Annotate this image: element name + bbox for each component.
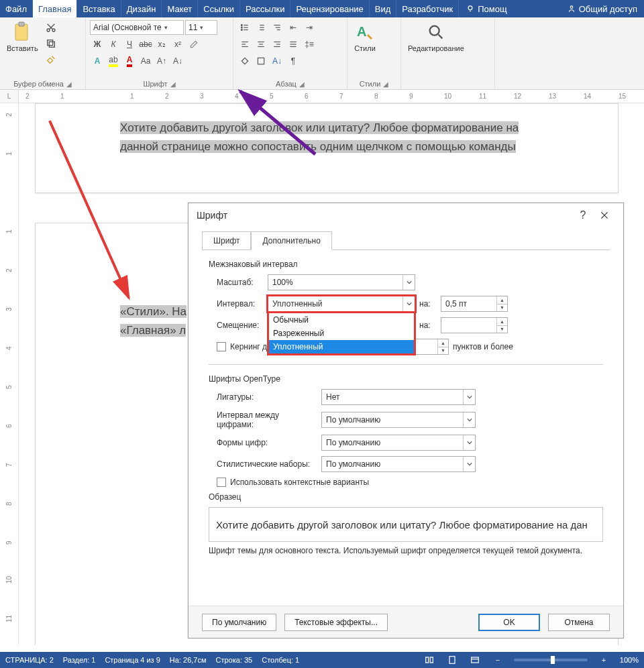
subscript-button[interactable]: x₂: [154, 37, 169, 52]
shading-button[interactable]: [237, 54, 252, 68]
zoom-slider[interactable]: [514, 659, 588, 661]
view-print-button[interactable]: [445, 653, 459, 667]
format-painter-button[interactable]: [44, 52, 58, 67]
text-effects-button[interactable]: A: [90, 54, 105, 68]
tab-review[interactable]: Рецензирование: [290, 0, 369, 17]
zoom-in-button[interactable]: +: [597, 653, 610, 667]
numforms-combo[interactable]: По умолчанию: [321, 435, 476, 451]
cancel-button[interactable]: Отмена: [548, 614, 610, 631]
view-web-button[interactable]: [468, 653, 482, 667]
default-button[interactable]: По умолчанию: [202, 614, 276, 631]
svg-rect-36: [472, 657, 479, 663]
align-center-button[interactable]: [254, 37, 268, 52]
group-font-label: Шрифт: [143, 80, 167, 88]
stylistic-combo[interactable]: По умолчанию: [321, 456, 476, 472]
numforms-label: Формы цифр:: [217, 438, 317, 447]
align-right-button[interactable]: [270, 37, 284, 52]
preview-box: Хотите добавить другой заголовок или цит…: [209, 507, 603, 542]
clipboard-launcher-icon[interactable]: ◢: [66, 80, 72, 88]
tab-insert[interactable]: Вставка: [77, 0, 121, 17]
svg-point-8: [241, 25, 242, 26]
spacing-option-normal[interactable]: Обычный: [269, 313, 414, 327]
copy-button[interactable]: [44, 36, 58, 51]
highlight-button[interactable]: ab: [106, 54, 121, 68]
borders-button[interactable]: [254, 54, 268, 68]
show-marks-button[interactable]: ¶: [286, 54, 301, 68]
bullets-button[interactable]: [237, 20, 252, 35]
spacing-combo[interactable]: Уплотненный Обычный Разреженный Уплотнен…: [268, 296, 415, 312]
styles-button[interactable]: A Стили: [352, 20, 378, 54]
kerning-checkbox[interactable]: [217, 342, 226, 351]
tab-file[interactable]: Файл: [0, 0, 33, 17]
grow-font-button[interactable]: A↑: [154, 54, 169, 68]
spacing-option-expanded[interactable]: Разреженный: [269, 327, 414, 340]
tab-view[interactable]: Вид: [370, 0, 397, 17]
editing-button[interactable]: Редактирование: [405, 20, 467, 54]
dialog-titlebar[interactable]: Шрифт ?: [189, 203, 623, 227]
tab-design[interactable]: Дизайн: [121, 0, 162, 17]
kerning-suffix: пунктов и более: [453, 342, 513, 351]
contextual-label: Использовать контекстные варианты: [230, 478, 369, 487]
group-styles-label: Стили: [360, 80, 381, 88]
numbering-button[interactable]: [254, 20, 268, 35]
underline-button[interactable]: Ч: [122, 37, 137, 52]
font-launcher-icon[interactable]: ◢: [170, 80, 176, 88]
status-section[interactable]: Раздел: 1: [63, 656, 96, 664]
tell-me[interactable]: Помощ: [459, 0, 513, 17]
indent-dec-button[interactable]: ⇤: [286, 20, 301, 35]
paste-button[interactable]: Вставить: [4, 20, 41, 54]
change-case-button[interactable]: Aa: [138, 54, 153, 68]
align-left-button[interactable]: [237, 37, 252, 52]
ligatures-combo[interactable]: Нет: [321, 389, 476, 405]
superscript-button[interactable]: x²: [170, 37, 185, 52]
horizontal-ruler[interactable]: L 21123456789101112131415: [0, 90, 644, 103]
spacing-option-condensed[interactable]: Уплотненный: [269, 340, 414, 353]
tab-references[interactable]: Ссылки: [198, 0, 240, 17]
strike-button[interactable]: abc: [138, 37, 153, 52]
scale-combo[interactable]: 100%: [268, 274, 415, 290]
tab-developer[interactable]: Разработчик: [396, 0, 459, 17]
spacing-by-input[interactable]: 0,5 пт ▲▼: [441, 296, 508, 312]
zoom-out-button[interactable]: −: [491, 653, 504, 667]
font-color-button[interactable]: A: [122, 54, 137, 68]
tab-advanced-dlg[interactable]: Дополнительно: [251, 231, 331, 250]
status-pages[interactable]: Страница 4 из 9: [105, 656, 160, 664]
bold-button[interactable]: Ж: [90, 37, 105, 52]
indent-inc-button[interactable]: ⇥: [302, 20, 317, 35]
multilevel-icon: [272, 23, 282, 32]
multilevel-button[interactable]: [270, 20, 284, 35]
text-effects-button-dlg[interactable]: Текстовые эффекты...: [284, 614, 388, 631]
numspacing-combo[interactable]: По умолчанию: [321, 412, 476, 428]
close-button[interactable]: [594, 205, 615, 226]
tab-font-dlg[interactable]: Шрифт: [202, 231, 251, 250]
vertical-ruler[interactable]: 211234567891011: [0, 103, 19, 645]
italic-button[interactable]: К: [106, 37, 121, 52]
para-launcher-icon[interactable]: ◢: [299, 80, 305, 88]
align-right-icon: [272, 40, 282, 49]
cut-button[interactable]: [44, 20, 58, 35]
copy-icon: [46, 38, 56, 49]
font-name-combo[interactable]: Arial (Основной те▾: [90, 20, 184, 35]
ok-button[interactable]: OK: [478, 614, 540, 631]
clear-format-button[interactable]: [186, 37, 201, 52]
status-line[interactable]: Строка: 35: [216, 656, 253, 664]
position-by-input[interactable]: ▲▼: [441, 317, 508, 333]
status-col[interactable]: Столбец: 1: [262, 656, 299, 664]
lightbulb-icon: [466, 4, 475, 13]
share-button[interactable]: Общий доступ: [560, 0, 644, 17]
contextual-checkbox[interactable]: [217, 478, 226, 487]
status-page[interactable]: СТРАНИЦА: 2: [5, 656, 54, 664]
shrink-font-button[interactable]: A↓: [170, 54, 185, 68]
status-at[interactable]: На: 26,7см: [170, 656, 207, 664]
justify-button[interactable]: [286, 37, 301, 52]
tab-home[interactable]: Главная: [33, 0, 77, 17]
help-button[interactable]: ?: [572, 205, 594, 226]
font-size-combo[interactable]: 11▾: [185, 20, 217, 35]
tab-layout[interactable]: Макет: [162, 0, 198, 17]
zoom-level[interactable]: 100%: [620, 656, 639, 664]
sort-button[interactable]: A↓: [270, 54, 284, 68]
view-read-button[interactable]: [423, 653, 436, 667]
tab-mailings[interactable]: Рассылки: [240, 0, 290, 17]
line-spacing-button[interactable]: ‡≡: [302, 37, 317, 52]
styles-launcher-icon[interactable]: ◢: [383, 80, 388, 88]
